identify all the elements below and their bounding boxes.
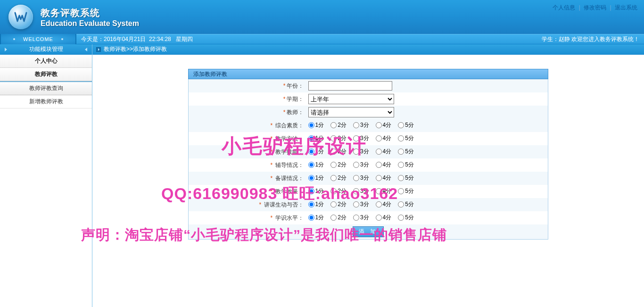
rating-score-label: 3分 — [360, 134, 369, 142]
rating-radio[interactable] — [376, 175, 382, 181]
rating-radio[interactable] — [308, 188, 314, 194]
rating-radio[interactable] — [330, 188, 337, 194]
rating-score-label: 1分 — [315, 161, 324, 169]
rating-option[interactable]: 4分 — [376, 200, 392, 208]
rating-radio[interactable] — [398, 122, 404, 128]
rating-option[interactable]: 4分 — [376, 148, 392, 156]
rating-option[interactable]: 1分 — [308, 214, 324, 222]
rating-option[interactable]: 2分 — [330, 200, 347, 208]
rating-option[interactable]: 5分 — [398, 134, 414, 142]
row-rating: * 教学效果：1分2分3分4分5分 — [189, 185, 548, 198]
rating-option[interactable]: 2分 — [330, 214, 347, 222]
rating-radio[interactable] — [353, 135, 359, 141]
rating-radio[interactable] — [330, 135, 337, 141]
link-logout[interactable]: 退出系统 — [615, 4, 637, 11]
rating-radio[interactable] — [330, 175, 337, 181]
rating-radio[interactable] — [308, 175, 314, 181]
rating-radio[interactable] — [330, 201, 337, 207]
rating-option[interactable]: 4分 — [376, 174, 392, 182]
rating-option[interactable]: 3分 — [353, 174, 369, 182]
rating-option[interactable]: 2分 — [330, 134, 347, 142]
rating-radio[interactable] — [376, 201, 382, 207]
rating-option[interactable]: 4分 — [376, 161, 392, 169]
rating-radio[interactable] — [308, 122, 314, 128]
year-input[interactable] — [308, 81, 392, 91]
rating-option[interactable]: 3分 — [353, 161, 369, 169]
rating-score-label: 2分 — [338, 134, 347, 142]
nav-sub-query[interactable]: 教师评教查询 — [0, 82, 92, 95]
rating-radio[interactable] — [353, 162, 359, 168]
rating-option[interactable]: 3分 — [353, 214, 369, 222]
rating-option[interactable]: 3分 — [353, 134, 369, 142]
rating-radio[interactable] — [330, 162, 337, 168]
link-password[interactable]: 修改密码 — [584, 4, 606, 11]
rating-option[interactable]: 5分 — [398, 121, 414, 129]
rating-radio[interactable] — [308, 201, 314, 207]
rating-radio[interactable] — [398, 149, 404, 155]
rating-radio[interactable] — [330, 122, 337, 128]
rating-radio[interactable] — [376, 215, 382, 221]
rating-radio[interactable] — [398, 201, 404, 207]
rating-option[interactable]: 2分 — [330, 187, 347, 195]
row-rating: * 辅导情况：1分2分3分4分5分 — [189, 158, 548, 172]
rating-radio[interactable] — [376, 149, 382, 155]
rating-option[interactable]: 3分 — [353, 200, 369, 208]
rating-radio[interactable] — [398, 188, 404, 194]
rating-radio[interactable] — [398, 162, 404, 168]
rating-radio[interactable] — [308, 135, 314, 141]
rating-radio[interactable] — [330, 149, 337, 155]
rating-option[interactable]: 5分 — [398, 200, 414, 208]
rating-option[interactable]: 2分 — [330, 148, 347, 156]
nav-item-teacher-eval[interactable]: 教师评教 — [0, 68, 92, 81]
rating-radio[interactable] — [308, 215, 314, 221]
rating-score-label: 5分 — [405, 148, 414, 156]
rating-option[interactable]: 5分 — [398, 174, 414, 182]
rating-option[interactable]: 5分 — [398, 148, 414, 156]
rating-option[interactable]: 1分 — [308, 148, 324, 156]
rating-radio[interactable] — [398, 215, 404, 221]
rating-option[interactable]: 1分 — [308, 134, 324, 142]
rating-option[interactable]: 5分 — [398, 187, 414, 195]
rating-radio[interactable] — [353, 188, 359, 194]
rating-radio[interactable] — [308, 162, 314, 168]
rating-radio[interactable] — [398, 135, 404, 141]
rating-option[interactable]: 3分 — [353, 148, 369, 156]
rating-radio[interactable] — [353, 149, 359, 155]
rating-option[interactable]: 1分 — [308, 121, 324, 129]
rating-radio[interactable] — [330, 215, 337, 221]
rating-radio[interactable] — [376, 162, 382, 168]
teacher-select[interactable]: 请选择 — [308, 107, 394, 117]
rating-radio[interactable] — [353, 201, 359, 207]
rating-option[interactable]: 2分 — [330, 121, 347, 129]
rating-option[interactable]: 5分 — [398, 161, 414, 169]
link-profile[interactable]: 个人信息 — [553, 4, 575, 11]
rating-radio[interactable] — [353, 215, 359, 221]
rating-option[interactable]: 4分 — [376, 214, 392, 222]
rating-radio[interactable] — [376, 135, 382, 141]
rating-radio[interactable] — [353, 122, 359, 128]
nav-sub-add[interactable]: 新增教师评教 — [0, 95, 92, 108]
rating-option[interactable]: 4分 — [376, 187, 392, 195]
rating-option[interactable]: 2分 — [330, 161, 347, 169]
rating-radio[interactable] — [398, 175, 404, 181]
rating-option[interactable]: 1分 — [308, 161, 324, 169]
rating-radio[interactable] — [308, 149, 314, 155]
datetime: 今天是：2016年04月21日 22:34:28 星期四 — [81, 35, 193, 43]
rating-option[interactable]: 1分 — [308, 174, 324, 182]
rating-option[interactable]: 1分 — [308, 187, 324, 195]
app-title-cn: 教务评教系统 — [41, 7, 139, 19]
rating-radio[interactable] — [376, 188, 382, 194]
nav-item-personal[interactable]: 个人中心 — [0, 55, 92, 68]
rating-option[interactable]: 5分 — [398, 214, 414, 222]
rating-option[interactable]: 1分 — [308, 200, 324, 208]
required-mark: * — [270, 175, 272, 182]
submit-button[interactable]: 添 加 — [353, 226, 383, 237]
term-select[interactable]: 上半年下半年 — [308, 94, 394, 104]
rating-option[interactable]: 3分 — [353, 187, 369, 195]
rating-option[interactable]: 3分 — [353, 121, 369, 129]
rating-radio[interactable] — [353, 175, 359, 181]
rating-option[interactable]: 4分 — [376, 134, 392, 142]
rating-option[interactable]: 2分 — [330, 174, 347, 182]
rating-radio[interactable] — [376, 122, 382, 128]
rating-option[interactable]: 4分 — [376, 121, 392, 129]
